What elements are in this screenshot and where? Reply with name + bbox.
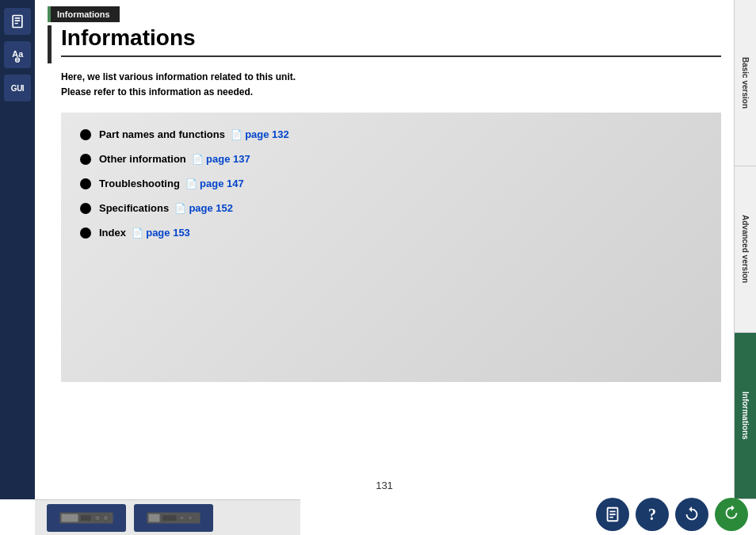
sidebar-btn-book[interactable] (4, 8, 31, 35)
svg-rect-4 (62, 514, 78, 522)
right-tab-basic[interactable]: Basic version (734, 0, 756, 166)
sidebar-btn-font[interactable]: Aa (4, 41, 31, 68)
svg-rect-9 (149, 514, 160, 522)
main-content: Informations Informations Here, we list … (35, 0, 734, 499)
svg-point-5 (95, 515, 101, 521)
title-area: Informations (35, 25, 734, 65)
page-ref-icon-0: 📄 (231, 129, 242, 140)
nav-item-4: Index 📄 page 153 (80, 227, 702, 239)
left-sidebar: Aa GUI (0, 0, 35, 499)
right-tab-informations[interactable]: Informations (734, 333, 756, 499)
nav-link-4[interactable]: page 153 (146, 227, 190, 239)
nav-label-1: Other information (99, 153, 186, 165)
nav-link-1[interactable]: page 137 (206, 153, 250, 165)
forward-icon[interactable] (715, 498, 748, 531)
subtitle-area: Here, we list various information relate… (61, 70, 721, 100)
sidebar-btn-gui[interactable]: GUI (4, 75, 31, 101)
nav-link-0[interactable]: page 132 (245, 128, 289, 140)
breadcrumb: Informations (48, 6, 120, 22)
svg-point-11 (188, 515, 193, 520)
nav-bullet-0 (80, 129, 91, 140)
nav-link-2[interactable]: page 147 (200, 178, 244, 189)
nav-label-2: Troubleshooting (99, 178, 180, 189)
nav-item-3: Specifications 📄 page 152 (80, 202, 702, 214)
nav-label-0: Part names and functions (99, 128, 225, 140)
page-number: 131 (376, 480, 393, 491)
help-icon[interactable]: ? (636, 498, 669, 531)
page-ref-icon-1: 📄 (192, 154, 204, 165)
right-sidebar: Basic version Advanced version Informati… (734, 0, 756, 499)
svg-rect-12 (162, 515, 177, 521)
svg-text:Aa: Aa (12, 49, 24, 59)
breadcrumb-bar: Informations (35, 0, 734, 22)
accent-bar (48, 25, 52, 63)
back-icon[interactable] (675, 498, 708, 531)
svg-point-6 (103, 515, 109, 521)
bottom-right-icons: ? (596, 498, 748, 531)
nav-bullet-1 (80, 154, 91, 165)
page-title: Informations (61, 25, 721, 57)
device-btn-2[interactable] (134, 504, 213, 532)
page-ref-icon-3: 📄 (174, 203, 186, 214)
nav-item-1: Other information 📄 page 137 (80, 153, 702, 165)
page-ref-icon-4: 📄 (132, 227, 143, 239)
device-btn-1[interactable] (47, 504, 126, 532)
nav-bullet-3 (80, 203, 91, 214)
page-ref-icon-2: 📄 (185, 178, 197, 189)
nav-bullet-4 (80, 227, 91, 239)
nav-item-0: Part names and functions 📄 page 132 (80, 128, 702, 140)
nav-label-4: Index (99, 227, 126, 239)
title-section: Informations (61, 25, 721, 65)
right-tab-advanced[interactable]: Advanced version (734, 166, 756, 333)
nav-link-3[interactable]: page 152 (189, 202, 233, 214)
nav-label-3: Specifications (99, 202, 169, 214)
nav-item-2: Troubleshooting 📄 page 147 (80, 178, 702, 189)
bottom-toolbar (35, 499, 300, 535)
book-icon[interactable] (596, 498, 629, 531)
nav-bullet-2 (80, 178, 91, 189)
subtitle: Here, we list various information relate… (61, 70, 721, 100)
content-box: Part names and functions 📄 page 132 Othe… (61, 113, 721, 382)
svg-point-10 (180, 515, 185, 520)
svg-rect-7 (81, 515, 91, 521)
